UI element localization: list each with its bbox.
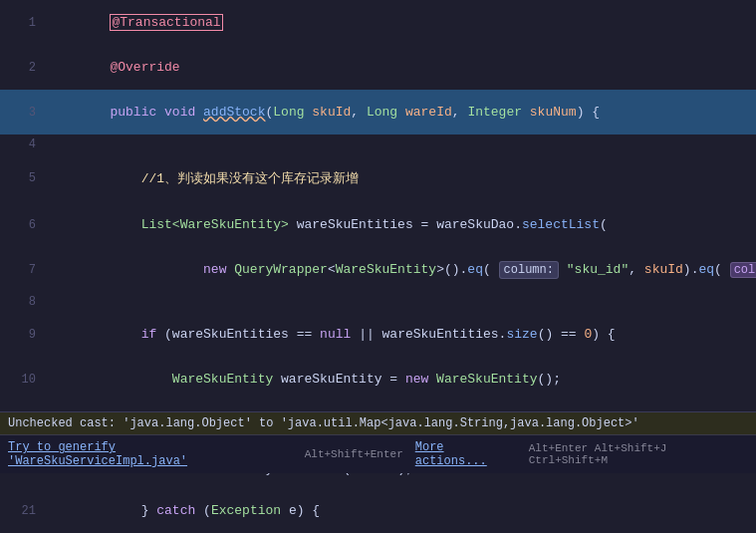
code-line-6: 6 List<WareSkuEntity> wareSkuEntities = … xyxy=(0,202,756,247)
line-content-9: if (wareSkuEntities == null || wareSkuEn… xyxy=(48,312,748,357)
code-line-3: 3 public void addStock(Long skuId, Long … xyxy=(0,90,756,134)
line-number-1: 1 xyxy=(8,16,36,30)
line-content-2: @Override xyxy=(48,45,748,90)
line-content-4 xyxy=(48,137,748,152)
action-shortcut-1: Alt+Shift+Enter xyxy=(305,448,403,460)
line-content-3: public void addStock(Long skuId, Long wa… xyxy=(48,90,748,134)
code-line-8: 8 xyxy=(0,292,756,312)
line-number-bottom: 21 xyxy=(8,504,36,518)
annotation-override: @Override xyxy=(110,60,179,75)
line-number-2: 2 xyxy=(8,61,36,75)
code-line-5: 5 //1、判读如果没有这个库存记录新增 xyxy=(0,154,756,202)
tooltip-action-bar: Try to generify 'WareSkuServiceImpl.java… xyxy=(0,435,756,473)
generify-action-link[interactable]: Try to generify 'WareSkuServiceImpl.java… xyxy=(8,440,297,468)
tooltip-box: Unchecked cast: 'java.lang.Object' to 'j… xyxy=(0,411,756,473)
code-line-10: 10 WareSkuEntity wareSkuEntity = new War… xyxy=(0,357,756,401)
code-line-7: 7 new QueryWrapper<WareSkuEntity>().eq( … xyxy=(0,247,756,292)
line-number-6: 6 xyxy=(8,218,36,232)
line-number-4: 4 xyxy=(8,137,36,151)
line-number-10: 10 xyxy=(8,373,36,387)
comment-1: //1、判读如果没有这个库存记录新增 xyxy=(141,171,359,186)
kw-public: public xyxy=(110,105,164,120)
line-content-5: //1、判读如果没有这个库存记录新增 xyxy=(48,154,748,202)
code-line-2: 2 @Override xyxy=(0,45,756,90)
code-line-bottom: 21 } catch (Exception e) { xyxy=(0,488,756,533)
more-actions-link[interactable]: More actions... xyxy=(415,440,521,468)
line-number-5: 5 xyxy=(8,171,36,185)
kw-void: void xyxy=(164,105,203,120)
more-actions-shortcut: Alt+Enter Alt+Shift+J Ctrl+Shift+M xyxy=(529,442,748,466)
line-number-8: 8 xyxy=(8,295,36,309)
code-line-1: 1 @Transactional xyxy=(0,0,756,45)
line-content-bottom: } catch (Exception e) { xyxy=(48,488,748,533)
line-number-3: 3 xyxy=(8,106,36,120)
column-hint: column: xyxy=(499,261,559,279)
line-content-1: @Transactional xyxy=(48,0,748,45)
code-line-4: 4 xyxy=(0,134,756,154)
line-content-7: new QueryWrapper<WareSkuEntity>().eq( co… xyxy=(48,247,756,292)
line-content-6: List<WareSkuEntity> wareSkuEntities = wa… xyxy=(48,202,748,247)
line-content-10: WareSkuEntity wareSkuEntity = new WareSk… xyxy=(48,357,748,401)
code-area: 1 @Transactional 2 @Override 3 public vo… xyxy=(0,0,756,533)
annotation-transactional: @Transactional xyxy=(110,14,222,31)
method-addstock: addStock xyxy=(203,105,265,120)
code-line-9: 9 if (wareSkuEntities == null || wareSku… xyxy=(0,312,756,357)
warning-text: Unchecked cast: 'java.lang.Object' to 'j… xyxy=(8,416,639,430)
tooltip-warning: Unchecked cast: 'java.lang.Object' to 'j… xyxy=(0,412,756,435)
line-number-7: 7 xyxy=(8,263,36,277)
editor-container: 1 @Transactional 2 @Override 3 public vo… xyxy=(0,0,756,533)
line-number-9: 9 xyxy=(8,328,36,342)
column-hint-2: colum xyxy=(730,262,756,278)
line-content-8 xyxy=(48,295,748,310)
